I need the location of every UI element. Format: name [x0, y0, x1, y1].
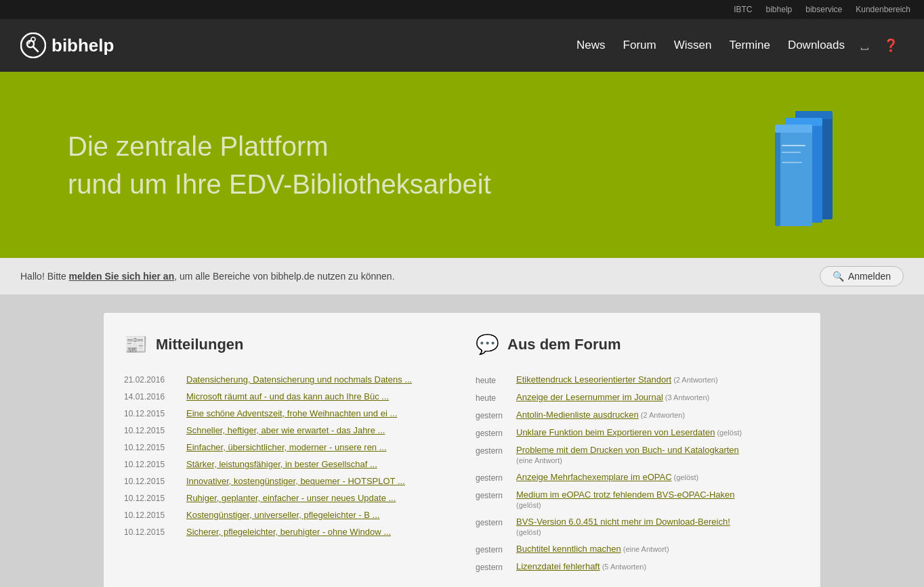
forum-date: gestern [476, 427, 509, 438]
forum-link[interactable]: Lizenzdatei fehlerhaft [516, 561, 600, 571]
forum-item: gestern Buchtitel kenntlich machen (eine… [476, 544, 800, 555]
forum-link[interactable]: BVS-Version 6.0.451 nicht mehr im Downlo… [516, 517, 730, 527]
mitt-link[interactable]: Sicherer, pflegeleichter, beruhigter - o… [186, 527, 391, 537]
nav-wissen[interactable]: Wissen [667, 35, 719, 56]
svg-rect-16 [782, 162, 802, 163]
anmelden-button[interactable]: 🔍 Anmelden [820, 266, 904, 286]
forum-item: gestern Unklare Funktion beim Exportiere… [476, 427, 800, 438]
mitteilungen-title: Mitteilungen [156, 336, 244, 353]
forum-title: Aus dem Forum [507, 336, 621, 353]
mitt-date: 10.12.2015 [124, 443, 178, 452]
forum-content: Antolin-Medienliste ausdrucken (2 Antwor… [516, 410, 800, 420]
search-icon: 🔍 [833, 271, 844, 282]
login-text-after: , um alle Bereiche von bibhelp.de nutzen… [174, 271, 394, 282]
forum-item: gestern Lizenzdatei fehlerhaft (5 Antwor… [476, 561, 800, 572]
topbar-bibservice[interactable]: bibservice [805, 5, 842, 14]
help-icon[interactable]: ❓ [878, 34, 904, 57]
nav-news[interactable]: News [570, 35, 612, 56]
forum-item: gestern BVS-Version 6.0.451 nicht mehr i… [476, 517, 800, 537]
forum-date: gestern [476, 445, 509, 456]
nav-forum[interactable]: Forum [616, 35, 663, 56]
forum-content: Medium im eOPAC trotz fehlendem BVS-eOPA… [516, 490, 800, 510]
nav-downloads[interactable]: Downloads [781, 35, 852, 56]
mitt-link[interactable]: Stärker, leistungsfähiger, in bester Ges… [186, 459, 377, 469]
mitt-link[interactable]: Schneller, heftiger, aber wie erwartet -… [186, 425, 385, 435]
newspaper-icon: 📰 [124, 333, 148, 355]
svg-rect-15 [782, 152, 801, 153]
forum-date: gestern [476, 544, 509, 555]
rss-icon[interactable]: ⎵ [856, 35, 874, 57]
mitt-link[interactable]: Einfacher, übersichtlicher, moderner - u… [186, 442, 387, 452]
forum-meta: (5 Antworten) [600, 563, 646, 571]
mitteilungen-header: 📰 Mitteilungen [124, 333, 448, 361]
main-content: 📰 Mitteilungen 21.02.2016 Datensicherung… [89, 312, 835, 587]
forum-header: 💬 Aus dem Forum [476, 333, 800, 361]
topbar-kundenbereich[interactable]: Kundenbereich [856, 5, 910, 14]
mitteilungen-section: 📰 Mitteilungen 21.02.2016 Datensicherung… [124, 333, 448, 579]
content-grid: 📰 Mitteilungen 21.02.2016 Datensicherung… [103, 312, 821, 587]
mitt-date: 21.02.2016 [124, 375, 178, 385]
forum-content: Buchtitel kenntlich machen (eine Antwort… [516, 544, 800, 554]
forum-content: Anzeige der Lesernummer im Journal (3 An… [516, 392, 800, 402]
mitteilungen-list: 21.02.2016 Datensicherung, Datensicherun… [124, 374, 448, 537]
mitt-link[interactable]: Eine schöne Adventszeit, frohe Weihnacht… [186, 408, 397, 418]
hero-line1: Die zentrale Plattform [68, 127, 491, 165]
logo[interactable]: bibhelp [20, 32, 114, 58]
forum-meta: (eine Antwort) [621, 545, 669, 553]
svg-rect-11 [775, 125, 812, 226]
login-bar: Hallo! Bitte melden Sie sich hier an, um… [0, 258, 924, 295]
forum-extra: (gelöst) [516, 501, 541, 509]
forum-section: 💬 Aus dem Forum heute Etikettendruck Les… [476, 333, 800, 579]
forum-content: BVS-Version 6.0.451 nicht mehr im Downlo… [516, 517, 800, 537]
anmelden-label: Anmelden [848, 271, 891, 282]
forum-link[interactable]: Etikettendruck Leseorientierter Standort [516, 374, 671, 385]
mitteilungen-item: 10.12.2015 Ruhiger, geplanter, einfacher… [124, 493, 448, 503]
forum-link[interactable]: Medium im eOPAC trotz fehlendem BVS-eOPA… [516, 490, 734, 500]
forum-date: gestern [476, 517, 509, 527]
mitt-date: 10.12.2015 [124, 494, 178, 503]
forum-link[interactable]: Probleme mit dem Drucken von Buch- und K… [516, 445, 739, 455]
mitt-link[interactable]: Ruhiger, geplanter, einfacher - unser ne… [186, 493, 396, 503]
svg-rect-12 [775, 125, 780, 226]
mitt-date: 10.12.2015 [124, 510, 178, 520]
forum-item: gestern Anzeige Mehrfachexemplare im eOP… [476, 472, 800, 483]
forum-link[interactable]: Anzeige der Lesernummer im Journal [516, 392, 663, 402]
nav-termine[interactable]: Termine [722, 35, 776, 56]
svg-rect-13 [775, 125, 812, 133]
mitt-link[interactable]: Datensicherung, Datensicherung und nochm… [186, 374, 412, 385]
topbar-bibhelp[interactable]: bibhelp [766, 5, 793, 14]
hero-books-illustration [761, 97, 870, 233]
mitt-link[interactable]: Innovativer, kostengünstiger, bequemer -… [186, 476, 405, 486]
forum-date: heute [476, 374, 509, 385]
hero-text: Die zentrale Plattform rund um Ihre EDV-… [68, 127, 491, 203]
topbar-ibtc[interactable]: IBTC [734, 5, 752, 14]
forum-link[interactable]: Buchtitel kenntlich machen [516, 544, 621, 554]
forum-list: heute Etikettendruck Leseorientierter St… [476, 374, 800, 572]
forum-content: Etikettendruck Leseorientierter Standort… [516, 374, 800, 385]
hero-line2: rund um Ihre EDV-Bibliotheksarbeit [68, 165, 491, 203]
forum-content: Unklare Funktion beim Exportieren von Le… [516, 427, 800, 437]
hero-banner: Die zentrale Plattform rund um Ihre EDV-… [0, 72, 924, 258]
forum-content: Anzeige Mehrfachexemplare im eOPAC (gelö… [516, 472, 800, 482]
mitt-link[interactable]: Microsoft räumt auf - und das kann auch … [186, 391, 389, 401]
mitteilungen-item: 10.12.2015 Eine schöne Adventszeit, froh… [124, 408, 448, 418]
forum-link[interactable]: Unklare Funktion beim Exportieren von Le… [516, 427, 715, 437]
forum-link[interactable]: Antolin-Medienliste ausdrucken [516, 410, 639, 420]
forum-date: gestern [476, 561, 509, 572]
login-link[interactable]: melden Sie sich hier an [69, 271, 175, 282]
forum-extra: (gelöst) [516, 528, 541, 536]
forum-date: gestern [476, 472, 509, 483]
forum-link[interactable]: Anzeige Mehrfachexemplare im eOPAC [516, 472, 672, 482]
mitt-link[interactable]: Kostengünstiger, universeller, pflegelei… [186, 510, 379, 520]
header: bibhelp News Forum Wissen Termine Downlo… [0, 19, 924, 72]
forum-item: gestern Probleme mit dem Drucken von Buc… [476, 445, 800, 465]
svg-line-2 [33, 47, 38, 51]
forum-meta: (gelöst) [672, 473, 699, 481]
forum-date: gestern [476, 490, 509, 500]
mitt-date: 14.01.2016 [124, 392, 178, 401]
top-bar: IBTC bibhelp bibservice Kundenbereich [0, 0, 924, 19]
forum-item: heute Etikettendruck Leseorientierter St… [476, 374, 800, 385]
main-nav: News Forum Wissen Termine Downloads ⎵ ❓ [570, 34, 904, 57]
forum-meta: (2 Antworten) [671, 376, 717, 384]
forum-item: gestern Medium im eOPAC trotz fehlendem … [476, 490, 800, 510]
